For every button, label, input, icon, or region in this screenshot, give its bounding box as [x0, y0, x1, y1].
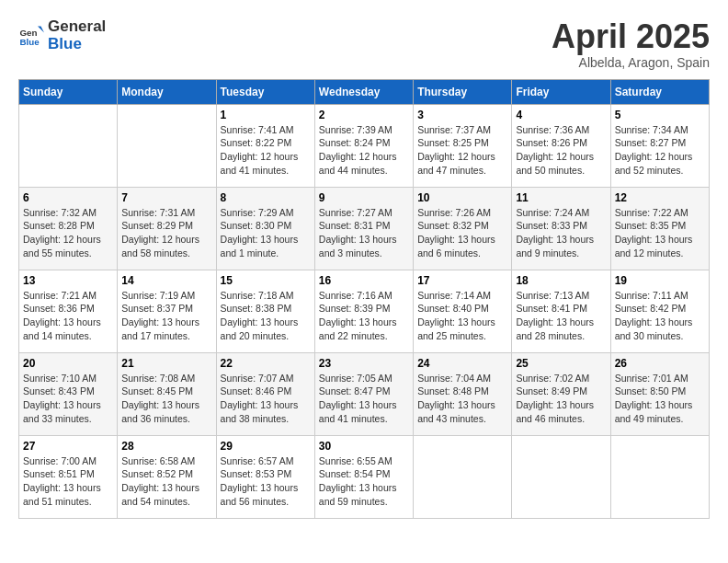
table-cell — [414, 435, 512, 518]
table-cell: 25Sunrise: 7:02 AM Sunset: 8:49 PM Dayli… — [512, 352, 610, 435]
logo-general: General — [48, 18, 106, 36]
day-number: 24 — [417, 357, 507, 370]
logo: Gen Blue General Blue — [18, 18, 106, 52]
table-cell: 17Sunrise: 7:14 AM Sunset: 8:40 PM Dayli… — [414, 270, 512, 352]
day-content: Sunrise: 7:31 AM Sunset: 8:29 PM Dayligh… — [121, 206, 211, 260]
day-content: Sunrise: 7:36 AM Sunset: 8:26 PM Dayligh… — [516, 123, 606, 178]
table-cell: 30Sunrise: 6:55 AM Sunset: 8:54 PM Dayli… — [314, 435, 413, 518]
day-content: Sunrise: 6:58 AM Sunset: 8:52 PM Dayligh… — [121, 454, 211, 509]
day-number: 9 — [319, 191, 409, 204]
header-friday: Friday — [512, 79, 610, 104]
day-content: Sunrise: 7:00 AM Sunset: 8:51 PM Dayligh… — [23, 454, 113, 509]
day-number: 1 — [221, 109, 311, 121]
day-number: 27 — [23, 440, 113, 453]
day-content: Sunrise: 7:10 AM Sunset: 8:43 PM Dayligh… — [23, 372, 113, 426]
logo-icon: Gen Blue — [18, 23, 44, 49]
week-row-5: 27Sunrise: 7:00 AM Sunset: 8:51 PM Dayli… — [19, 435, 710, 518]
table-cell: 3Sunrise: 7:37 AM Sunset: 8:25 PM Daylig… — [414, 104, 512, 187]
day-content: Sunrise: 7:34 AM Sunset: 8:27 PM Dayligh… — [615, 123, 705, 178]
table-cell — [118, 104, 216, 187]
day-number: 26 — [615, 357, 705, 370]
day-content: Sunrise: 7:05 AM Sunset: 8:47 PM Dayligh… — [319, 372, 409, 426]
day-content: Sunrise: 7:14 AM Sunset: 8:40 PM Dayligh… — [417, 289, 507, 343]
header-row: SundayMondayTuesdayWednesdayThursdayFrid… — [19, 79, 710, 104]
day-content: Sunrise: 7:22 AM Sunset: 8:35 PM Dayligh… — [615, 206, 705, 260]
day-number: 2 — [319, 109, 409, 121]
table-cell: 10Sunrise: 7:26 AM Sunset: 8:32 PM Dayli… — [414, 187, 512, 270]
table-cell: 22Sunrise: 7:07 AM Sunset: 8:46 PM Dayli… — [216, 352, 314, 435]
table-cell: 26Sunrise: 7:01 AM Sunset: 8:50 PM Dayli… — [610, 352, 709, 435]
day-number: 18 — [516, 274, 606, 287]
week-row-1: 1Sunrise: 7:41 AM Sunset: 8:22 PM Daylig… — [19, 104, 710, 187]
svg-marker-2 — [38, 26, 44, 32]
day-content: Sunrise: 7:11 AM Sunset: 8:42 PM Dayligh… — [615, 289, 705, 343]
table-cell: 28Sunrise: 6:58 AM Sunset: 8:52 PM Dayli… — [118, 435, 216, 518]
day-number: 22 — [221, 357, 311, 370]
week-row-2: 6Sunrise: 7:32 AM Sunset: 8:28 PM Daylig… — [19, 187, 710, 270]
logo-blue: Blue — [48, 36, 106, 53]
day-content: Sunrise: 7:21 AM Sunset: 8:36 PM Dayligh… — [23, 289, 113, 343]
table-cell: 8Sunrise: 7:29 AM Sunset: 8:30 PM Daylig… — [216, 187, 314, 270]
day-number: 21 — [121, 357, 211, 370]
calendar-title: April 2025 — [552, 18, 710, 55]
title-area: April 2025 Albelda, Aragon, Spain — [552, 18, 710, 70]
header-wednesday: Wednesday — [314, 79, 413, 104]
table-cell: 24Sunrise: 7:04 AM Sunset: 8:48 PM Dayli… — [414, 352, 512, 435]
table-cell: 5Sunrise: 7:34 AM Sunset: 8:27 PM Daylig… — [610, 104, 709, 187]
calendar-table: SundayMondayTuesdayWednesdayThursdayFrid… — [18, 79, 710, 519]
table-cell: 16Sunrise: 7:16 AM Sunset: 8:39 PM Dayli… — [314, 270, 413, 352]
table-cell: 29Sunrise: 6:57 AM Sunset: 8:53 PM Dayli… — [216, 435, 314, 518]
day-content: Sunrise: 7:04 AM Sunset: 8:48 PM Dayligh… — [417, 372, 507, 426]
table-cell: 23Sunrise: 7:05 AM Sunset: 8:47 PM Dayli… — [314, 352, 413, 435]
day-number: 10 — [417, 191, 507, 204]
day-content: Sunrise: 7:07 AM Sunset: 8:46 PM Dayligh… — [221, 372, 311, 426]
day-content: Sunrise: 7:27 AM Sunset: 8:31 PM Dayligh… — [319, 206, 409, 260]
table-cell — [19, 104, 118, 187]
day-content: Sunrise: 7:13 AM Sunset: 8:41 PM Dayligh… — [516, 289, 606, 343]
header-tuesday: Tuesday — [216, 79, 314, 104]
calendar-subtitle: Albelda, Aragon, Spain — [552, 55, 710, 70]
day-number: 14 — [121, 274, 211, 287]
day-content: Sunrise: 7:24 AM Sunset: 8:33 PM Dayligh… — [516, 206, 606, 260]
calendar-header: SundayMondayTuesdayWednesdayThursdayFrid… — [19, 79, 710, 104]
table-cell: 7Sunrise: 7:31 AM Sunset: 8:29 PM Daylig… — [118, 187, 216, 270]
day-number: 13 — [23, 274, 113, 287]
table-cell: 2Sunrise: 7:39 AM Sunset: 8:24 PM Daylig… — [314, 104, 413, 187]
table-cell: 14Sunrise: 7:19 AM Sunset: 8:37 PM Dayli… — [118, 270, 216, 352]
day-number: 17 — [417, 274, 507, 287]
table-cell: 21Sunrise: 7:08 AM Sunset: 8:45 PM Dayli… — [118, 352, 216, 435]
day-number: 29 — [221, 440, 311, 453]
day-content: Sunrise: 7:08 AM Sunset: 8:45 PM Dayligh… — [121, 372, 211, 426]
header-monday: Monday — [118, 79, 216, 104]
table-cell: 15Sunrise: 7:18 AM Sunset: 8:38 PM Dayli… — [216, 270, 314, 352]
day-content: Sunrise: 7:01 AM Sunset: 8:50 PM Dayligh… — [615, 372, 705, 426]
day-number: 25 — [516, 357, 606, 370]
day-number: 16 — [319, 274, 409, 287]
day-content: Sunrise: 7:16 AM Sunset: 8:39 PM Dayligh… — [319, 289, 409, 343]
header: Gen Blue General Blue April 2025 Albelda… — [18, 18, 710, 70]
day-content: Sunrise: 6:55 AM Sunset: 8:54 PM Dayligh… — [319, 454, 409, 509]
table-cell: 12Sunrise: 7:22 AM Sunset: 8:35 PM Dayli… — [610, 187, 709, 270]
table-cell: 18Sunrise: 7:13 AM Sunset: 8:41 PM Dayli… — [512, 270, 610, 352]
day-content: Sunrise: 7:02 AM Sunset: 8:49 PM Dayligh… — [516, 372, 606, 426]
table-cell: 9Sunrise: 7:27 AM Sunset: 8:31 PM Daylig… — [314, 187, 413, 270]
header-sunday: Sunday — [19, 79, 118, 104]
week-row-4: 20Sunrise: 7:10 AM Sunset: 8:43 PM Dayli… — [19, 352, 710, 435]
table-cell: 13Sunrise: 7:21 AM Sunset: 8:36 PM Dayli… — [19, 270, 118, 352]
table-cell: 19Sunrise: 7:11 AM Sunset: 8:42 PM Dayli… — [610, 270, 709, 352]
day-content: Sunrise: 7:39 AM Sunset: 8:24 PM Dayligh… — [319, 123, 409, 178]
day-content: Sunrise: 7:18 AM Sunset: 8:38 PM Dayligh… — [221, 289, 311, 343]
day-content: Sunrise: 7:37 AM Sunset: 8:25 PM Dayligh… — [417, 123, 507, 178]
day-content: Sunrise: 7:26 AM Sunset: 8:32 PM Dayligh… — [417, 206, 507, 260]
day-number: 15 — [221, 274, 311, 287]
table-cell — [610, 435, 709, 518]
day-content: Sunrise: 7:19 AM Sunset: 8:37 PM Dayligh… — [121, 289, 211, 343]
day-content: Sunrise: 7:29 AM Sunset: 8:30 PM Dayligh… — [221, 206, 311, 260]
table-cell: 1Sunrise: 7:41 AM Sunset: 8:22 PM Daylig… — [216, 104, 314, 187]
day-number: 19 — [615, 274, 705, 287]
table-cell: 27Sunrise: 7:00 AM Sunset: 8:51 PM Dayli… — [19, 435, 118, 518]
table-cell — [512, 435, 610, 518]
svg-text:Blue: Blue — [19, 36, 40, 46]
day-number: 20 — [23, 357, 113, 370]
table-cell: 11Sunrise: 7:24 AM Sunset: 8:33 PM Dayli… — [512, 187, 610, 270]
